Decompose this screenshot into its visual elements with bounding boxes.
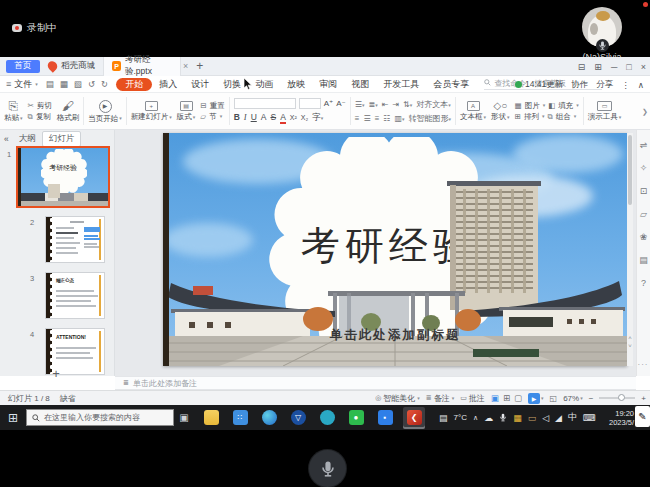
reset-slide-button[interactable]: ⊟重置 xyxy=(200,102,224,110)
print-icon[interactable]: ▦ xyxy=(60,79,68,89)
undo-icon[interactable]: ↺ xyxy=(88,79,95,89)
align-right-icon[interactable]: ≡ xyxy=(375,114,380,123)
store-app-icon[interactable]: ∷ xyxy=(229,407,251,429)
taskbar-clock[interactable]: 19:20 2023/5/ xyxy=(609,409,634,427)
tab-developer[interactable]: 开发工具 xyxy=(376,78,426,91)
touch-keyboard-icon[interactable]: ⌨ xyxy=(583,413,596,423)
zoom-out-button[interactable]: − xyxy=(589,394,594,403)
share-button[interactable]: 分享 xyxy=(596,79,613,91)
fit-slide-icon[interactable]: ◱ xyxy=(550,394,558,403)
group-button[interactable]: ⧉组合▾ xyxy=(547,113,576,121)
align-center-icon[interactable]: ☰ xyxy=(363,114,370,123)
zoom-slider-knob[interactable] xyxy=(618,394,625,401)
tab-design[interactable]: 设计 xyxy=(184,78,216,91)
weather-temperature[interactable]: 7°C xyxy=(454,413,467,422)
page-up-down-icons[interactable]: ˄˅ xyxy=(625,334,635,350)
slide-thumbnail-3[interactable]: 端正心态 xyxy=(45,272,105,319)
split-view-icon[interactable]: ⊟ xyxy=(578,62,586,72)
close-window-button[interactable]: × xyxy=(641,62,646,72)
copy-button[interactable]: ⧉复制 xyxy=(28,113,52,121)
normal-view-icon[interactable]: ▣ xyxy=(491,393,499,403)
sticky-note-icon[interactable]: ✎ xyxy=(635,406,650,427)
decrease-font-icon[interactable]: A⁻ xyxy=(336,99,346,108)
italic-button[interactable]: I xyxy=(244,112,247,122)
tab-start[interactable]: 开始 xyxy=(116,78,152,91)
font-family-select[interactable] xyxy=(234,98,296,109)
reading-layout-icon[interactable]: ▤ xyxy=(639,255,648,265)
cloud-sync-icon[interactable]: ☁ xyxy=(484,413,493,423)
tab-docer-store[interactable]: 稻壳商城 xyxy=(40,57,103,76)
insert-picture-button[interactable]: ▦图片▾ xyxy=(515,102,546,110)
reading-view-icon[interactable]: ▢ xyxy=(514,393,522,403)
color-app-tray-icon[interactable]: ▦ xyxy=(513,413,522,423)
add-slide-button[interactable]: + xyxy=(45,366,67,381)
clear-format-button[interactable]: A xyxy=(261,112,267,122)
tab-outline[interactable]: 大纲 xyxy=(13,132,42,146)
scrollbar-thumb[interactable] xyxy=(628,135,632,205)
tab-slideshow[interactable]: 放映 xyxy=(280,78,312,91)
print-preview-icon[interactable]: ▧ xyxy=(74,79,82,89)
meeting-mic-button[interactable] xyxy=(309,450,346,487)
textbox-button[interactable]: A 文本框▾ xyxy=(460,101,486,121)
slideshow-play-button[interactable]: ▶ xyxy=(528,393,540,404)
font-color-button[interactable]: A xyxy=(280,112,286,124)
increase-font-icon[interactable]: A⁺ xyxy=(324,99,334,108)
meeting-app-icon[interactable]: ▽ xyxy=(287,407,309,429)
volume-muted-icon[interactable]: ◁ xyxy=(542,413,549,423)
sync-status[interactable]: 14:41更新 xyxy=(515,79,563,91)
hidden-icons-chevron[interactable]: ∧ xyxy=(473,414,478,422)
chat-app-icon[interactable]: ▪ xyxy=(374,407,396,429)
comments-button[interactable]: ▭批注 xyxy=(460,393,485,404)
design-resources-icon[interactable]: ❀ xyxy=(640,232,648,242)
shapes-button[interactable]: ◇○ 形状▾ xyxy=(491,101,510,121)
active-app-icon[interactable]: ❮ xyxy=(403,407,425,429)
tab-review[interactable]: 审阅 xyxy=(312,78,344,91)
network-signal-icon[interactable]: ◢ xyxy=(555,413,562,423)
zoom-level[interactable]: 67%▾ xyxy=(563,394,583,403)
play-from-current-button[interactable]: ▶ 当页开始▾ xyxy=(88,100,122,123)
section-button[interactable]: ▱节▾ xyxy=(200,113,224,121)
arrange-button[interactable]: ⊞排列▾ xyxy=(515,113,545,121)
collapse-ribbon-icon[interactable]: ∧ xyxy=(638,80,644,90)
file-explorer-icon[interactable] xyxy=(200,407,222,429)
tab-slides[interactable]: 幻灯片 xyxy=(42,131,82,147)
subscript-button[interactable]: X₂ xyxy=(301,114,308,121)
zoom-in-button[interactable]: + xyxy=(641,394,646,403)
briefcase-tray-icon[interactable]: ▭ xyxy=(528,413,537,423)
justify-icon[interactable]: ☷ xyxy=(383,114,390,123)
start-button[interactable]: ⊞ xyxy=(0,411,26,425)
new-document-tab-button[interactable]: + xyxy=(196,59,203,73)
decrease-indent-icon[interactable]: ⇤ xyxy=(382,100,389,109)
slide-subtitle-placeholder[interactable]: 单击此处添加副标题 xyxy=(163,327,627,344)
slide-thumbnail-1[interactable]: 考研经验 xyxy=(16,146,110,208)
edge-browser-icon[interactable] xyxy=(258,407,280,429)
save-icon[interactable]: ▤ xyxy=(46,79,54,89)
minimize-button[interactable]: ─ xyxy=(611,62,617,72)
ime-indicator[interactable]: 中 xyxy=(568,411,577,424)
close-document-tab-icon[interactable]: × xyxy=(183,61,188,71)
tab-member[interactable]: 会员专享 xyxy=(426,78,476,91)
browser2-icon[interactable] xyxy=(316,407,338,429)
workspace-grid-icon[interactable]: ⊞ xyxy=(594,62,602,72)
zoom-slider[interactable] xyxy=(599,397,635,399)
taskbar-search-input[interactable]: 在这里输入你要搜索的内容 xyxy=(26,409,174,426)
strikethrough-button[interactable]: S xyxy=(270,112,276,122)
slide-thumbnail-2[interactable] xyxy=(45,216,105,263)
layers-icon[interactable]: ⊡ xyxy=(640,186,648,196)
line-spacing-icon[interactable]: ⇅▾ xyxy=(403,100,412,109)
wechat-icon[interactable]: ● xyxy=(345,407,367,429)
ribbon-expander-icon[interactable]: ❯ xyxy=(642,93,650,130)
microphone-tray-icon[interactable] xyxy=(499,412,507,423)
font-size-select[interactable] xyxy=(299,98,321,109)
underline-button[interactable]: U xyxy=(251,112,257,122)
tab-home[interactable]: 首页 xyxy=(6,60,40,73)
number-list-icon[interactable]: ≣▾ xyxy=(368,100,377,109)
presentation-tools-button[interactable]: ▭ 演示工具▾ xyxy=(588,101,622,121)
columns-icon[interactable]: ▥▾ xyxy=(394,114,404,123)
collapse-panel-icon[interactable]: « xyxy=(4,134,9,144)
smart-graphic-button[interactable]: 转智能图形▾ xyxy=(409,113,452,124)
increase-indent-icon[interactable]: ⇥ xyxy=(392,100,399,109)
selection-pane-icon[interactable]: ▱ xyxy=(640,209,647,219)
task-view-icon[interactable]: ▣ xyxy=(174,412,194,423)
tab-insert[interactable]: 插入 xyxy=(152,78,184,91)
